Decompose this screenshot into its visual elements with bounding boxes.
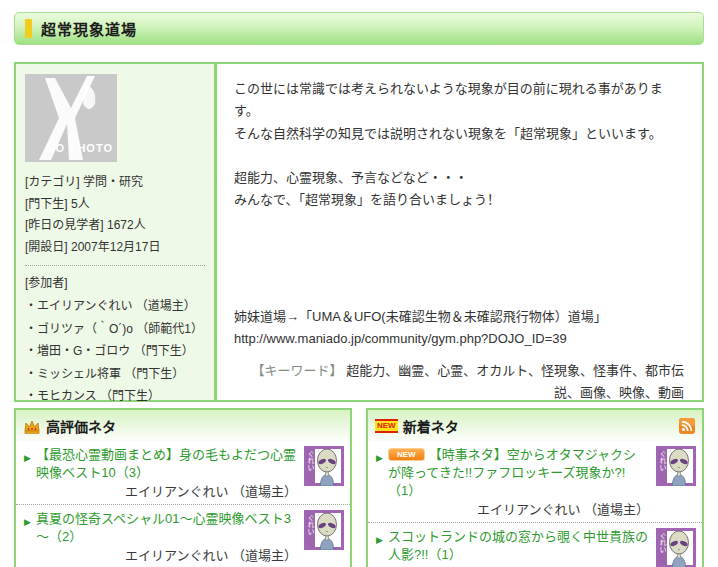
description-line: そんな自然科学の知見では説明されない現象を「超常現象」といいます。 [234, 123, 686, 145]
info-value: 1672人 [107, 218, 146, 232]
avatar[interactable]: ぐれい [656, 528, 696, 567]
panel-top-rated-header: 高評価ネタ [16, 410, 350, 441]
topic-author: エイリアンぐれい （道場主） [24, 483, 297, 501]
keywords-text: 超能力、幽霊、心霊、オカルト、怪現象、怪事件、都市伝説、画像、映像、動画 [346, 363, 684, 400]
info-value: 2007年12月17日 [71, 240, 160, 254]
member-item[interactable]: ・増田・G・ゴロウ （門下生） [25, 342, 205, 361]
panel-top-rated: 高評価ネタ ▶【最恐心霊動画まとめ】身の毛もよだつ心霊映像ベスト10（3） エイ… [14, 408, 352, 567]
title-accent-bar [25, 19, 32, 38]
triangle-bullet-icon: ▶ [24, 449, 31, 467]
list-item: ▶真夏の怪奇スペシャル01～心霊映像ベスト3～（2） エイリアンぐれい （道場主… [16, 504, 350, 567]
keywords-label: 【キーワード】 [252, 363, 343, 378]
new-badge: NEW [388, 448, 425, 461]
no-photo-image: NO PHOTO [25, 74, 117, 162]
info-label: [カテゴリ] [25, 175, 80, 189]
panel-new-topics-header: NEW 新着ネタ [368, 410, 702, 441]
avatar-name-strip: ぐれい [659, 532, 667, 553]
avatar-name-strip: ぐれい [307, 514, 315, 535]
dojo-description: この世には常識では考えられないような現象が目の前に現れる事があります。 そんな自… [217, 64, 702, 400]
rss-icon[interactable] [679, 418, 695, 434]
member-item[interactable]: ・ミッシェル将軍 （門下生） [25, 365, 205, 384]
info-label: [開設日] [25, 240, 68, 254]
member-item[interactable]: ・モヒカンス （門下生） [25, 387, 205, 406]
triangle-bullet-icon: ▶ [376, 531, 383, 549]
avatar[interactable]: ぐれい [304, 446, 344, 486]
no-photo-label: NO PHOTO [25, 140, 113, 157]
triangle-bullet-icon: ▶ [24, 513, 31, 531]
info-value: 5人 [71, 197, 90, 211]
description-line: みんなで、「超常現象」を語り合いましょう！ [234, 189, 686, 211]
sidebar: NO PHOTO [カテゴリ] 学問・研究 [門下生] 5人 [昨日の見学者] … [16, 64, 217, 400]
topic-author: エイリアンぐれい （道場主） [376, 501, 649, 519]
topic-link[interactable]: 【最恐心霊動画まとめ】身の毛もよだつ心霊映像ベスト10（3） [36, 447, 296, 480]
list-item: ▶【最恐心霊動画まとめ】身の毛もよだつ心霊映像ベスト10（3） エイリアンぐれい… [16, 441, 350, 504]
page: 超常現象道場 NO PHOTO [カテゴリ] 学問・研究 [門下生] 5人 [昨… [0, 12, 718, 567]
topic-link[interactable]: スコットランドの城の窓から覗く中世貴族の人影?!!（1） [388, 529, 648, 562]
list-item: ▶NEW【時事ネタ】空からオタマジャクシが降ってきた!!ファフロッキーズ現象か?… [368, 441, 702, 522]
avatar[interactable]: ぐれい [656, 446, 696, 486]
member-item[interactable]: ・ゴリツァ（｀O´)o （師範代1） [25, 320, 205, 339]
sister-dojo-line: 姉妹道場→「UMA＆UFO(未確認生物＆未確認飛行物体）道場」 [234, 306, 686, 328]
panel-title: 高評価ネタ [46, 416, 116, 436]
keywords-line: 【キーワード】 超能力、幽霊、心霊、オカルト、怪現象、怪事件、都市伝説、画像、映… [234, 360, 686, 405]
info-label: [門下生] [25, 197, 68, 211]
member-item[interactable]: ・エイリアンぐれい （道場主） [25, 297, 205, 316]
members-heading: [参加者] [25, 274, 205, 293]
bottom-row: 高評価ネタ ▶【最恐心霊動画まとめ】身の毛もよだつ心霊映像ベスト10（3） エイ… [14, 408, 704, 567]
dojo-info-box: NO PHOTO [カテゴリ] 学問・研究 [門下生] 5人 [昨日の見学者] … [14, 62, 704, 402]
info-label: [昨日の見学者] [25, 218, 104, 232]
topic-author: エイリアンぐれい （道場主） [24, 547, 297, 565]
sidebar-divider [25, 265, 205, 266]
panel-title: 新着ネタ [403, 416, 459, 436]
panel-new-topics: NEW 新着ネタ ▶NEW【時事ネタ】空からオタマジャクシが降ってきた!!ファフ… [366, 408, 704, 567]
info-value: 学問・研究 [83, 175, 143, 189]
page-title: 超常現象道場 [41, 18, 137, 39]
description-line: この世には常識では考えられないような現象が目の前に現れる事があります。 [234, 78, 686, 123]
avatar[interactable]: ぐれい [304, 510, 344, 550]
sister-dojo-url: http://www.maniado.jp/community/gym.php?… [234, 328, 686, 350]
topic-link[interactable]: 真夏の怪奇スペシャル01～心霊映像ベスト3～（2） [36, 511, 291, 544]
list-item: ▶スコットランドの城の窓から覗く中世貴族の人影?!!（1） エイリアンぐれい （… [368, 522, 702, 567]
info-visitors: [昨日の見学者] 1672人 [25, 216, 205, 235]
page-title-bar: 超常現象道場 [14, 12, 704, 45]
info-category: [カテゴリ] 学問・研究 [25, 173, 205, 192]
new-icon: NEW [375, 419, 398, 433]
triangle-bullet-icon: ▶ [376, 449, 383, 467]
topic-link[interactable]: 【時事ネタ】空からオタマジャクシが降ってきた!!ファフロッキーズ現象か?!（1） [388, 447, 636, 498]
info-founded: [開設日] 2007年12月17日 [25, 238, 205, 257]
avatar-name-strip: ぐれい [307, 450, 315, 471]
info-students: [門下生] 5人 [25, 195, 205, 214]
description-line: 超能力、心霊現象、予言などなど・・・ [234, 167, 686, 189]
avatar-name-strip: ぐれい [659, 450, 667, 471]
crown-icon [23, 419, 41, 434]
